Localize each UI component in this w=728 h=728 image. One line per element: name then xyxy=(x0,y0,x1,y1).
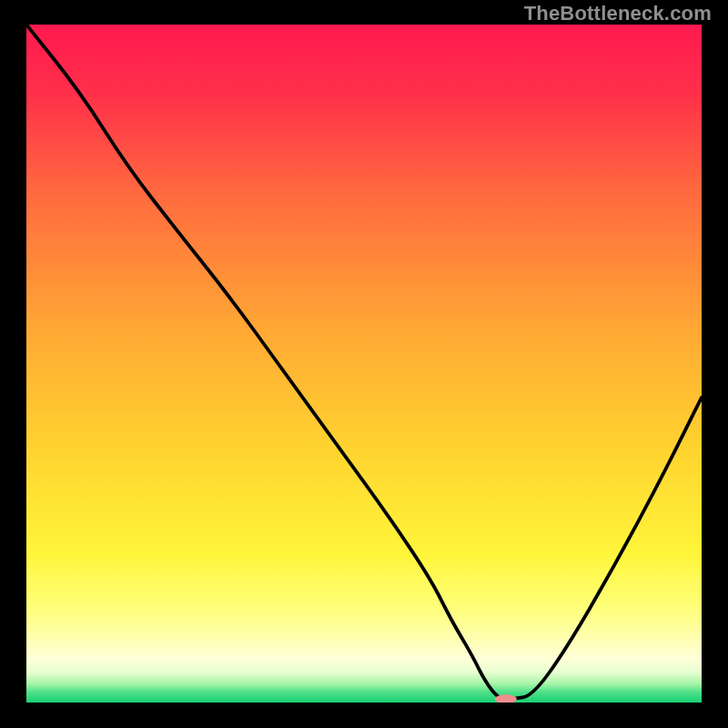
chart-background-gradient xyxy=(26,25,702,703)
chart-svg xyxy=(26,25,702,703)
watermark-text: TheBottleneck.com xyxy=(524,2,712,25)
chart-plot-area xyxy=(26,25,702,703)
page-frame: TheBottleneck.com xyxy=(0,0,728,728)
